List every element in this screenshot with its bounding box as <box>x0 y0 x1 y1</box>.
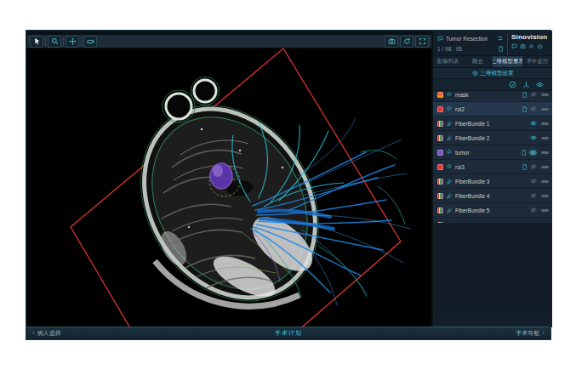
select-tool-button[interactable] <box>30 36 43 48</box>
file-icon[interactable] <box>522 164 528 170</box>
model-axes-icon[interactable] <box>522 81 530 88</box>
color-swatch[interactable] <box>437 193 443 199</box>
layer-row-fiberbundle-3[interactable]: FiberBundle 3 <box>433 174 552 189</box>
opacity-slider[interactable] <box>541 151 549 154</box>
chevron-left-icon: ‹ <box>32 330 35 337</box>
layer-label: mask <box>455 92 519 98</box>
fiber-icon <box>446 134 453 141</box>
layer-row-fiberbundle-5[interactable]: FiberBundle 5 <box>433 203 552 218</box>
camera-icon <box>388 37 396 45</box>
layer-label: FiberBundle 1 <box>455 121 528 127</box>
color-swatch[interactable] <box>437 106 443 112</box>
rotate-tool-button[interactable] <box>83 36 97 48</box>
layer-row-mask[interactable]: mask <box>433 91 552 102</box>
model-panel: 三维模型设置 mask <box>433 68 552 315</box>
color-swatch[interactable] <box>437 222 443 224</box>
3d-scene <box>27 48 431 327</box>
eye-off-icon[interactable] <box>530 163 537 170</box>
layer-row-roi3[interactable]: roi3 <box>433 160 552 174</box>
opacity-slider[interactable] <box>541 94 549 96</box>
eye-icon[interactable] <box>530 120 537 127</box>
eye-icon[interactable] <box>530 134 537 141</box>
reset-view-button[interactable] <box>400 36 413 48</box>
model-settings-button[interactable]: 三维模型设置 <box>433 68 552 79</box>
opacity-slider[interactable] <box>541 180 549 183</box>
sidebar-tabs: 影像列表 融合 三维模型显示 术中监控 <box>433 55 552 68</box>
opacity-slider[interactable] <box>541 209 549 212</box>
zoom-tool-button[interactable] <box>48 36 61 48</box>
opacity-slider[interactable] <box>541 122 549 125</box>
toolbar-divider <box>63 37 64 46</box>
opacity-slider[interactable] <box>541 166 549 168</box>
opacity-slider[interactable] <box>541 108 549 111</box>
next-step[interactable]: 手术导航 › <box>516 329 545 338</box>
cube-icon <box>472 71 478 77</box>
magnifier-icon <box>51 37 59 45</box>
layer-label: tumor <box>455 150 518 156</box>
back-step[interactable]: ‹ 病人选择 <box>32 329 61 338</box>
save-icon[interactable] <box>498 46 504 52</box>
eye-off-icon[interactable] <box>530 91 537 98</box>
visibility-icon[interactable] <box>536 81 544 88</box>
color-swatch[interactable] <box>437 164 443 170</box>
color-swatch[interactable] <box>437 121 443 127</box>
series-info: 1 / 98 : 95 <box>437 46 495 52</box>
fiber-icon <box>446 221 453 223</box>
layer-row-fiberbundle-1[interactable]: FiberBundle 1 <box>433 116 552 131</box>
eye-icon[interactable] <box>529 149 537 156</box>
file-icon[interactable] <box>522 92 528 98</box>
color-swatch[interactable] <box>437 207 443 213</box>
color-swatch[interactable] <box>437 179 443 185</box>
eye-off-icon[interactable] <box>530 207 537 213</box>
eye-off-icon[interactable] <box>530 105 537 112</box>
power-icon[interactable] <box>537 43 543 49</box>
color-swatch[interactable] <box>437 135 443 141</box>
tab-image-list[interactable]: 影像列表 <box>433 56 463 67</box>
layer-label: roi3 <box>455 164 519 170</box>
layer-row-tumor[interactable]: tumor <box>433 145 552 160</box>
tab-fusion[interactable]: 融合 <box>463 56 493 67</box>
viewport-toolbar <box>27 35 431 48</box>
support-icon[interactable] <box>511 43 517 49</box>
eye-off-icon[interactable] <box>530 178 537 185</box>
layer-row-fiberbundle-2[interactable]: FiberBundle 2 <box>433 131 552 145</box>
file-icon[interactable] <box>522 106 528 112</box>
pan-tool-button[interactable] <box>66 36 79 48</box>
sidebar: Tumor Resection 1 / 98 : 95 Sinovision <box>432 31 552 327</box>
opacity-slider[interactable] <box>541 195 549 197</box>
color-swatch[interactable] <box>437 150 443 156</box>
render-canvas[interactable] <box>27 48 431 327</box>
brand-icons <box>511 43 549 49</box>
chevron-right-icon: › <box>542 330 545 337</box>
fullscreen-button[interactable] <box>415 36 429 48</box>
current-step-label: 手术计划 <box>26 329 550 338</box>
patient-info: Tumor Resection 1 / 98 : 95 <box>437 33 504 55</box>
toolbar-divider <box>81 37 82 46</box>
sidebar-header: Tumor Resection 1 / 98 : 95 Sinovision <box>433 31 552 55</box>
roi-icon <box>446 91 453 98</box>
layer-row-roi2[interactable]: roi2 <box>433 102 552 116</box>
fiber-icon <box>446 120 453 127</box>
app-window: Tumor Resection 1 / 98 : 95 Sinovision <box>26 30 551 340</box>
model-settings-label: 三维模型设置 <box>481 70 514 77</box>
tab-monitoring[interactable]: 术中监控 <box>522 56 552 67</box>
brand-block: Sinovision <box>507 33 549 55</box>
tab-3d-model[interactable]: 三维模型显示 <box>493 56 522 67</box>
layer-row-fiberbundle-4[interactable]: FiberBundle 4 <box>433 189 552 203</box>
brain-slice <box>105 71 355 327</box>
edit-icon[interactable] <box>509 81 516 88</box>
patient-icon <box>437 36 443 42</box>
eye-off-icon[interactable] <box>530 192 537 199</box>
settings-icon[interactable] <box>528 43 534 49</box>
opacity-slider[interactable] <box>541 137 549 139</box>
layer-label: FiberBundle 2 <box>455 135 528 141</box>
snapshot-button[interactable] <box>385 36 398 48</box>
layer-label: FiberBundle 5 <box>455 207 528 213</box>
patient-row: Tumor Resection <box>437 33 504 43</box>
camera-icon[interactable] <box>520 43 526 49</box>
file-icon[interactable] <box>521 150 527 156</box>
color-swatch[interactable] <box>437 92 443 98</box>
swap-icon[interactable] <box>497 35 504 42</box>
cursor-icon <box>33 37 41 45</box>
layer-row-partial[interactable] <box>433 218 552 223</box>
